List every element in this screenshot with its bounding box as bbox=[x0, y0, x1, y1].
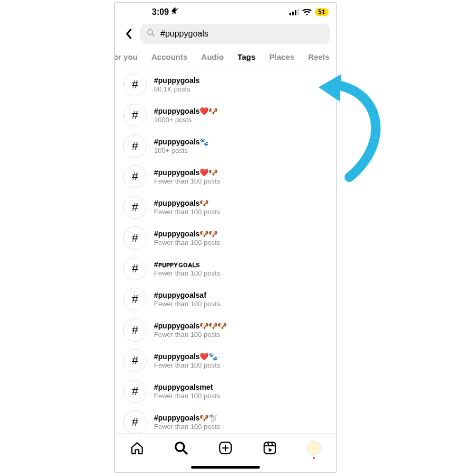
results-list[interactable]: ##puppygoals80.1K posts##puppygoals❤️🐶10… bbox=[115, 67, 336, 433]
result-title: #ᴘᴜᴘᴘʏɢᴏᴀʟs bbox=[154, 260, 220, 269]
hashtag-result[interactable]: ##ᴘᴜᴘᴘʏɢᴏᴀʟsFewer than 100 posts bbox=[115, 253, 336, 284]
svg-rect-11 bbox=[264, 442, 276, 454]
phone-frame: 3:09 51 bbox=[114, 2, 337, 473]
hashtag-result[interactable]: ##puppygoals80.1K posts bbox=[115, 69, 336, 100]
result-subtitle: Fewer than 100 posts bbox=[154, 269, 220, 278]
result-text: #puppygoals❤️🐶Fewer than 100 posts bbox=[154, 168, 220, 185]
hashtag-result[interactable]: ##puppygoals🐶🐶Fewer than 100 posts bbox=[115, 223, 336, 253]
hashtag-result[interactable]: ##puppygoalsafFewer than 100 posts bbox=[115, 284, 336, 315]
result-title: #puppygoals🐶🐩 bbox=[154, 414, 220, 423]
hashtag-result[interactable]: ##puppygoals❤️🐶Fewer than 100 posts bbox=[115, 161, 336, 192]
result-subtitle: 1000+ posts bbox=[154, 116, 218, 124]
nav-reels[interactable] bbox=[262, 440, 278, 456]
battery-indicator: 51 bbox=[315, 8, 329, 16]
result-title: #puppygoals❤️🐶 bbox=[154, 168, 220, 177]
nav-search[interactable] bbox=[173, 440, 189, 456]
tab-reels[interactable]: Reels bbox=[308, 49, 329, 67]
hashtag-icon: # bbox=[123, 226, 147, 250]
result-subtitle: Fewer than 100 posts bbox=[154, 208, 220, 216]
hashtag-result[interactable]: ##puppygoals❤️🐾Fewer than 100 posts bbox=[115, 345, 336, 376]
status-bar: 3:09 51 bbox=[115, 3, 336, 22]
hashtag-result[interactable]: ##puppygoalsmetFewer than 100 posts bbox=[115, 376, 336, 407]
result-text: #puppygoals🐶🐩Fewer than 100 posts bbox=[154, 414, 220, 431]
hashtag-icon: # bbox=[123, 380, 147, 403]
hashtag-icon: # bbox=[123, 257, 147, 280]
result-text: #puppygoals🐶🐶🐶Fewer than 100 posts bbox=[154, 322, 227, 338]
hashtag-result[interactable]: ##puppygoals🐶🐩Fewer than 100 posts bbox=[115, 407, 336, 433]
search-box[interactable] bbox=[140, 24, 330, 44]
hashtag-icon: # bbox=[123, 104, 147, 127]
hashtag-icon: # bbox=[123, 410, 147, 433]
nav-profile[interactable] bbox=[306, 440, 322, 456]
status-time: 3:09 bbox=[152, 7, 169, 17]
result-text: #ᴘᴜᴘᴘʏɢᴏᴀʟsFewer than 100 posts bbox=[154, 260, 220, 277]
nav-home[interactable] bbox=[129, 440, 145, 456]
hashtag-icon: # bbox=[123, 196, 147, 219]
avatar bbox=[307, 441, 321, 455]
result-subtitle: 80.1K posts bbox=[154, 85, 200, 94]
result-text: #puppygoals❤️🐾Fewer than 100 posts bbox=[154, 352, 220, 369]
wifi-icon bbox=[302, 9, 312, 16]
bottom-nav bbox=[115, 433, 336, 462]
svg-rect-2 bbox=[295, 10, 296, 15]
canvas: 3:09 51 bbox=[0, 0, 462, 476]
tab-accounts[interactable]: Accounts bbox=[151, 49, 187, 67]
result-title: #puppygoalsaf bbox=[154, 291, 220, 300]
result-text: #puppygoalsmetFewer than 100 posts bbox=[154, 383, 220, 400]
search-input[interactable] bbox=[159, 29, 323, 39]
nav-create[interactable] bbox=[218, 440, 233, 456]
hashtag-icon: # bbox=[123, 318, 147, 342]
result-subtitle: 100+ posts bbox=[154, 147, 209, 155]
result-subtitle: Fewer than 100 posts bbox=[154, 239, 220, 247]
silent-icon bbox=[171, 7, 179, 17]
hashtag-icon: # bbox=[123, 288, 147, 311]
result-text: #puppygoals🐾100+ posts bbox=[154, 138, 209, 154]
search-icon bbox=[147, 29, 155, 39]
result-title: #puppygoals🐶🐶 bbox=[154, 230, 220, 239]
result-text: #puppygoalsafFewer than 100 posts bbox=[154, 291, 220, 308]
hashtag-result[interactable]: ##puppygoals🐶Fewer than 100 posts bbox=[115, 192, 336, 223]
status-left: 3:09 bbox=[152, 7, 179, 17]
notification-dot bbox=[313, 457, 315, 459]
result-subtitle: Fewer than 100 posts bbox=[154, 177, 220, 186]
hashtag-icon: # bbox=[123, 165, 147, 188]
result-title: #puppygoals🐾 bbox=[154, 138, 209, 147]
result-title: #puppygoals🐶🐶🐶 bbox=[154, 322, 227, 331]
result-title: #puppygoals❤️🐶 bbox=[154, 107, 218, 116]
hashtag-result[interactable]: ##puppygoals🐾100+ posts bbox=[115, 131, 336, 161]
result-subtitle: Fewer than 100 posts bbox=[154, 331, 227, 339]
status-right: 51 bbox=[289, 8, 329, 16]
result-title: #puppygoals bbox=[154, 76, 200, 85]
search-tabs: For you Accounts Audio Tags Places Reels bbox=[115, 49, 336, 67]
result-title: #puppygoals❤️🐾 bbox=[154, 352, 220, 361]
svg-line-5 bbox=[152, 34, 154, 36]
result-subtitle: Fewer than 100 posts bbox=[154, 300, 220, 308]
result-text: #puppygoals80.1K posts bbox=[154, 76, 200, 93]
result-title: #puppygoalsmet bbox=[154, 383, 220, 392]
hashtag-icon: # bbox=[123, 73, 147, 96]
hashtag-icon: # bbox=[123, 349, 147, 372]
result-text: #puppygoals🐶🐶Fewer than 100 posts bbox=[154, 230, 220, 246]
svg-line-7 bbox=[184, 450, 187, 454]
hashtag-result[interactable]: ##puppygoals🐶🐶🐶Fewer than 100 posts bbox=[115, 315, 336, 345]
hashtag-icon: # bbox=[123, 134, 147, 158]
result-title: #puppygoals🐶 bbox=[154, 199, 220, 208]
hashtag-result[interactable]: ##puppygoals❤️🐶1000+ posts bbox=[115, 100, 336, 131]
svg-rect-1 bbox=[292, 12, 294, 15]
tab-for-you[interactable]: For you bbox=[115, 49, 138, 67]
result-subtitle: Fewer than 100 posts bbox=[154, 423, 220, 431]
back-button[interactable] bbox=[121, 25, 136, 42]
search-header bbox=[115, 22, 336, 49]
home-indicator bbox=[115, 462, 336, 472]
svg-rect-3 bbox=[297, 9, 299, 15]
tab-audio[interactable]: Audio bbox=[201, 49, 224, 67]
cell-signal-icon bbox=[289, 9, 299, 15]
svg-rect-0 bbox=[289, 13, 291, 15]
result-text: #puppygoals🐶Fewer than 100 posts bbox=[154, 199, 220, 216]
result-subtitle: Fewer than 100 posts bbox=[154, 361, 220, 370]
result-subtitle: Fewer than 100 posts bbox=[154, 392, 220, 400]
result-text: #puppygoals❤️🐶1000+ posts bbox=[154, 107, 218, 124]
tab-tags[interactable]: Tags bbox=[238, 49, 256, 67]
tab-places[interactable]: Places bbox=[269, 49, 295, 67]
